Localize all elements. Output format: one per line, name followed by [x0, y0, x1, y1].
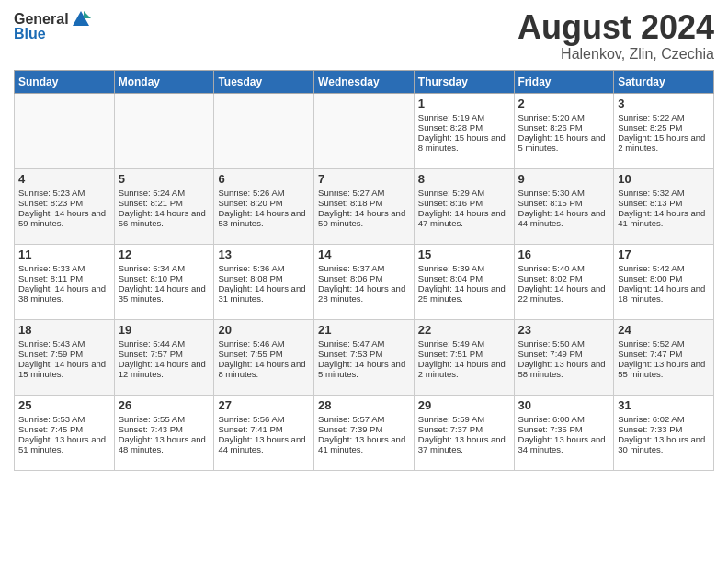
svg-marker-1	[84, 11, 91, 18]
sunrise-text: Sunrise: 5:47 AM	[318, 339, 410, 349]
sunrise-text: Sunrise: 5:24 AM	[119, 188, 210, 198]
sunset-text: Sunset: 7:53 PM	[318, 349, 410, 359]
sunset-text: Sunset: 8:18 PM	[318, 198, 410, 208]
calendar-cell: 31Sunrise: 6:02 AMSunset: 7:33 PMDayligh…	[614, 395, 714, 470]
daylight-text: Daylight: 14 hours and 8 minutes.	[218, 359, 310, 379]
sunrise-text: Sunrise: 5:19 AM	[418, 112, 510, 122]
sunrise-text: Sunrise: 5:23 AM	[18, 188, 110, 198]
daylight-text: Daylight: 14 hours and 2 minutes.	[418, 359, 510, 379]
day-number: 8	[418, 172, 510, 186]
sunset-text: Sunset: 7:51 PM	[418, 349, 510, 359]
calendar-cell	[214, 93, 314, 168]
calendar-cell: 20Sunrise: 5:46 AMSunset: 7:55 PMDayligh…	[214, 319, 314, 395]
calendar-cell: 24Sunrise: 5:52 AMSunset: 7:47 PMDayligh…	[614, 319, 714, 395]
calendar-table: Sunday Monday Tuesday Wednesday Thursday…	[14, 70, 714, 471]
day-number: 28	[318, 398, 410, 412]
daylight-text: Daylight: 15 hours and 5 minutes.	[518, 132, 610, 153]
calendar-cell: 9Sunrise: 5:30 AMSunset: 8:15 PMDaylight…	[514, 168, 614, 244]
sunrise-text: Sunrise: 5:34 AM	[119, 263, 210, 273]
daylight-text: Daylight: 14 hours and 15 minutes.	[18, 359, 110, 379]
sunrise-text: Sunrise: 5:30 AM	[518, 188, 610, 198]
daylight-text: Daylight: 14 hours and 5 minutes.	[318, 359, 410, 379]
calendar-cell	[114, 93, 214, 168]
day-number: 29	[418, 398, 510, 412]
location-text: Halenkov, Zlin, Czechia	[518, 46, 714, 63]
daylight-text: Daylight: 14 hours and 47 minutes.	[418, 208, 510, 228]
day-number: 13	[218, 247, 310, 261]
daylight-text: Daylight: 13 hours and 48 minutes.	[119, 434, 210, 454]
sunset-text: Sunset: 8:21 PM	[119, 198, 210, 208]
sunrise-text: Sunrise: 6:02 AM	[618, 414, 710, 424]
day-number: 31	[618, 398, 710, 412]
sunset-text: Sunset: 8:08 PM	[218, 273, 310, 283]
header-saturday: Saturday	[614, 70, 714, 93]
day-number: 30	[518, 398, 610, 412]
daylight-text: Daylight: 13 hours and 41 minutes.	[318, 434, 410, 454]
daylight-text: Daylight: 14 hours and 35 minutes.	[119, 283, 210, 304]
day-number: 1	[418, 97, 510, 110]
daylight-text: Daylight: 13 hours and 55 minutes.	[618, 359, 710, 379]
calendar-cell: 2Sunrise: 5:20 AMSunset: 8:26 PMDaylight…	[514, 93, 614, 168]
calendar-cell: 28Sunrise: 5:57 AMSunset: 7:39 PMDayligh…	[314, 395, 415, 470]
sunrise-text: Sunrise: 5:42 AM	[618, 263, 710, 273]
calendar-cell: 15Sunrise: 5:39 AMSunset: 8:04 PMDayligh…	[414, 244, 514, 319]
calendar-cell: 4Sunrise: 5:23 AMSunset: 8:23 PMDaylight…	[15, 168, 115, 244]
calendar-cell	[15, 93, 115, 168]
sunset-text: Sunset: 7:45 PM	[18, 424, 110, 434]
calendar-cell: 23Sunrise: 5:50 AMSunset: 7:49 PMDayligh…	[514, 319, 614, 395]
calendar-cell: 5Sunrise: 5:24 AMSunset: 8:21 PMDaylight…	[114, 168, 214, 244]
day-number: 7	[318, 172, 410, 186]
sunset-text: Sunset: 7:55 PM	[218, 349, 310, 359]
day-number: 19	[119, 323, 210, 337]
daylight-text: Daylight: 13 hours and 44 minutes.	[218, 434, 310, 454]
sunrise-text: Sunrise: 5:29 AM	[418, 188, 510, 198]
daylight-text: Daylight: 14 hours and 28 minutes.	[318, 283, 410, 304]
day-number: 26	[119, 398, 210, 412]
calendar-cell: 3Sunrise: 5:22 AMSunset: 8:25 PMDaylight…	[614, 93, 714, 168]
day-number: 22	[418, 323, 510, 337]
sunset-text: Sunset: 8:23 PM	[18, 198, 110, 208]
daylight-text: Daylight: 14 hours and 38 minutes.	[18, 283, 110, 304]
sunset-text: Sunset: 7:57 PM	[119, 349, 210, 359]
day-number: 21	[318, 323, 410, 337]
daylight-text: Daylight: 14 hours and 22 minutes.	[518, 283, 610, 304]
sunrise-text: Sunrise: 5:36 AM	[218, 263, 310, 273]
sunset-text: Sunset: 7:59 PM	[18, 349, 110, 359]
day-number: 15	[418, 247, 510, 261]
calendar-cell: 17Sunrise: 5:42 AMSunset: 8:00 PMDayligh…	[614, 244, 714, 319]
sunrise-text: Sunrise: 5:37 AM	[318, 263, 410, 273]
day-number: 23	[518, 323, 610, 337]
daylight-text: Daylight: 14 hours and 53 minutes.	[218, 208, 310, 228]
daylight-text: Daylight: 13 hours and 37 minutes.	[418, 434, 510, 454]
calendar-cell: 11Sunrise: 5:33 AMSunset: 8:11 PMDayligh…	[15, 244, 115, 319]
sunrise-text: Sunrise: 5:49 AM	[418, 339, 510, 349]
calendar-cell: 7Sunrise: 5:27 AMSunset: 8:18 PMDaylight…	[314, 168, 415, 244]
sunset-text: Sunset: 7:41 PM	[218, 424, 310, 434]
sunset-text: Sunset: 8:02 PM	[518, 273, 610, 283]
sunrise-text: Sunrise: 5:43 AM	[18, 339, 110, 349]
calendar-week-row-3: 11Sunrise: 5:33 AMSunset: 8:11 PMDayligh…	[15, 244, 714, 319]
header: General Blue August 2024 Halenkov, Zlin,…	[14, 9, 714, 63]
calendar-cell: 10Sunrise: 5:32 AMSunset: 8:13 PMDayligh…	[614, 168, 714, 244]
logo-icon	[71, 9, 91, 29]
sunrise-text: Sunrise: 5:46 AM	[218, 339, 310, 349]
sunrise-text: Sunrise: 5:32 AM	[618, 188, 710, 198]
sunset-text: Sunset: 7:35 PM	[518, 424, 610, 434]
day-number: 24	[618, 323, 710, 337]
calendar-cell: 16Sunrise: 5:40 AMSunset: 8:02 PMDayligh…	[514, 244, 614, 319]
calendar-week-row-4: 18Sunrise: 5:43 AMSunset: 7:59 PMDayligh…	[15, 319, 714, 395]
sunrise-text: Sunrise: 5:50 AM	[518, 339, 610, 349]
logo-blue-text: Blue	[14, 26, 46, 42]
day-number: 25	[18, 398, 110, 412]
title-block: August 2024 Halenkov, Zlin, Czechia	[518, 9, 714, 63]
sunset-text: Sunset: 8:11 PM	[18, 273, 110, 283]
daylight-text: Daylight: 13 hours and 51 minutes.	[18, 434, 110, 454]
sunset-text: Sunset: 7:37 PM	[418, 424, 510, 434]
calendar-cell: 25Sunrise: 5:53 AMSunset: 7:45 PMDayligh…	[15, 395, 115, 470]
sunset-text: Sunset: 8:13 PM	[618, 198, 710, 208]
calendar-cell: 13Sunrise: 5:36 AMSunset: 8:08 PMDayligh…	[214, 244, 314, 319]
sunset-text: Sunset: 8:04 PM	[418, 273, 510, 283]
sunset-text: Sunset: 8:15 PM	[518, 198, 610, 208]
sunrise-text: Sunrise: 6:00 AM	[518, 414, 610, 424]
day-number: 2	[518, 97, 610, 110]
